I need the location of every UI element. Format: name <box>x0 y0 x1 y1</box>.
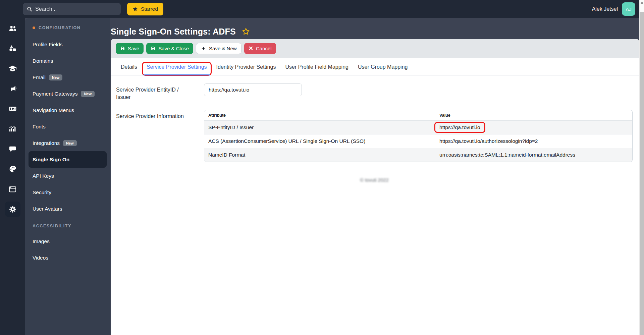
nav-settings[interactable] <box>0 199 25 219</box>
sidebar-item-domains[interactable]: Domains <box>25 53 110 69</box>
sidebar-item-images[interactable]: Images <box>25 233 110 249</box>
scrollbar-thumb[interactable] <box>640 12 644 335</box>
sidebar-item-label: Single Sign On <box>33 157 69 163</box>
attribute-cell: ACS (AssertionConsumerService) URL / Sin… <box>204 134 435 148</box>
sidebar-item-label: Navigation Menus <box>33 107 74 113</box>
search-box[interactable] <box>23 3 121 15</box>
active-rail-highlight <box>5 202 20 217</box>
tab-user-group-mapping[interactable]: User Group Mapping <box>353 61 413 75</box>
palette-icon <box>9 165 17 173</box>
top-bar: Starred Alek Jetsel AJ <box>0 0 644 18</box>
action-toolbar: Save Save & Close ＋ Save & New ✕ Cancel <box>111 39 639 58</box>
nav-content[interactable] <box>0 38 25 58</box>
sidebar-item-navigation-menus[interactable]: Navigation Menus <box>25 102 110 118</box>
tab-label: Service Provider Settings <box>147 64 207 70</box>
orange-dot-icon <box>33 26 35 29</box>
sidebar-item-label: Integrations <box>33 140 60 146</box>
chart-column-icon <box>9 125 16 133</box>
sidebar-item-profile-fields[interactable]: Profile Fields <box>25 36 110 53</box>
search-icon <box>27 6 32 12</box>
sidebar-section-accessibility: Accessibility <box>25 222 110 230</box>
nav-branding[interactable] <box>0 159 25 179</box>
save-and-new-button[interactable]: ＋ Save & New <box>196 43 241 54</box>
page-title: Single Sign-On Settings: ADFS <box>111 27 236 37</box>
settings-panel: Save Save & Close ＋ Save & New ✕ Cancel <box>111 39 639 335</box>
save-icon <box>151 46 156 51</box>
star-icon <box>132 6 138 12</box>
nav-reports[interactable] <box>0 119 25 139</box>
value-cell: https://qa.tovuti.io/authorizessologin?i… <box>435 134 632 148</box>
sidebar-item-fonts[interactable]: Fonts <box>25 118 110 135</box>
table-header-row: Attribute Value <box>204 110 632 121</box>
nav-courses[interactable] <box>0 58 25 78</box>
cancel-label: Cancel <box>256 46 272 51</box>
nav-ecommerce[interactable] <box>0 99 25 119</box>
settings-sidebar: Configuration Profile Fields Domains Ema… <box>25 18 110 335</box>
sidebar-section-label: Configuration <box>39 25 80 30</box>
sidebar-item-videos[interactable]: Videos <box>25 249 110 266</box>
sidebar-item-label: User Avatars <box>33 206 62 212</box>
scroll-up-arrow-icon[interactable] <box>641 1 643 4</box>
tab-identity-provider-settings[interactable]: Identity Provider Settings <box>212 61 281 75</box>
sidebar-section-configuration: Configuration <box>25 23 110 32</box>
megaphone-icon <box>9 85 16 93</box>
save-and-close-button[interactable]: Save & Close <box>146 43 193 54</box>
shapes-icon <box>9 45 16 52</box>
save-label: Save <box>128 46 139 51</box>
tab-service-provider-settings[interactable]: Service Provider Settings <box>142 61 212 75</box>
provider-info-label: Service Provider Information <box>116 110 192 162</box>
money-bill-icon <box>9 105 17 113</box>
attribute-cell: NameID Format <box>204 148 435 162</box>
cancel-button[interactable]: ✕ Cancel <box>244 43 276 54</box>
annotation-box: https://qa.tovuti.io <box>434 122 485 133</box>
save-and-new-label: Save & New <box>209 46 237 51</box>
sidebar-item-label: Domains <box>33 58 53 64</box>
table-row: NameID Format urn:oasis:names:tc:SAML:1.… <box>204 148 632 162</box>
nav-users[interactable] <box>0 18 25 38</box>
favorite-star-button[interactable] <box>242 27 250 36</box>
starred-button[interactable]: Starred <box>127 3 163 15</box>
sidebar-item-label: API Keys <box>33 173 54 179</box>
sidebar-item-payment-gateways[interactable]: Payment Gateways New <box>25 86 110 102</box>
sidebar-section-label: Accessibility <box>33 224 71 228</box>
entity-id-input[interactable] <box>204 83 302 96</box>
users-icon <box>9 24 17 32</box>
tab-label: Details <box>121 64 137 70</box>
tab-details[interactable]: Details <box>116 61 142 75</box>
window-icon <box>9 185 16 193</box>
sidebar-item-label: Payment Gateways <box>33 91 77 97</box>
sidebar-item-single-sign-on[interactable]: Single Sign On <box>29 151 107 168</box>
chat-bubble-icon <box>9 145 16 153</box>
copyright-text: © tovuti 2022 <box>116 177 633 183</box>
page-scrollbar[interactable] <box>639 0 644 335</box>
sidebar-item-email[interactable]: Email New <box>25 69 110 86</box>
nav-communication[interactable] <box>0 139 25 159</box>
save-and-close-label: Save & Close <box>158 46 189 51</box>
sidebar-item-label: Images <box>33 238 50 244</box>
search-input[interactable] <box>35 6 117 12</box>
provider-info-table: Attribute Value SP-EntityID / Issuer htt… <box>204 110 633 162</box>
avatar[interactable]: AJ <box>622 2 635 16</box>
plus-icon: ＋ <box>201 46 206 51</box>
sidebar-item-security[interactable]: Security <box>25 184 110 201</box>
nav-pages[interactable] <box>0 179 25 199</box>
nav-marketing[interactable] <box>0 78 25 99</box>
tab-label: Identity Provider Settings <box>216 64 276 70</box>
close-icon: ✕ <box>249 46 253 51</box>
starred-label: Starred <box>141 6 158 12</box>
star-outline-icon <box>242 27 250 36</box>
sidebar-item-api-keys[interactable]: API Keys <box>25 168 110 184</box>
sidebar-item-user-avatars[interactable]: User Avatars <box>25 201 110 217</box>
value-column-header: Value <box>435 110 632 121</box>
service-provider-form: Service Provider EntityID / Issuer Servi… <box>111 75 639 183</box>
user-name[interactable]: Alek Jetsel <box>592 6 618 12</box>
save-icon <box>120 46 125 51</box>
sidebar-item-integrations[interactable]: Integrations New <box>25 135 110 151</box>
sidebar-item-label: Security <box>33 189 51 196</box>
sidebar-item-label: Fonts <box>33 124 46 130</box>
gear-icon <box>9 205 17 213</box>
tab-bar: Details Service Provider Settings Identi… <box>111 58 639 75</box>
tab-user-profile-field-mapping[interactable]: User Profile Field Mapping <box>280 61 353 75</box>
new-badge: New <box>49 74 63 80</box>
save-button[interactable]: Save <box>116 43 144 54</box>
